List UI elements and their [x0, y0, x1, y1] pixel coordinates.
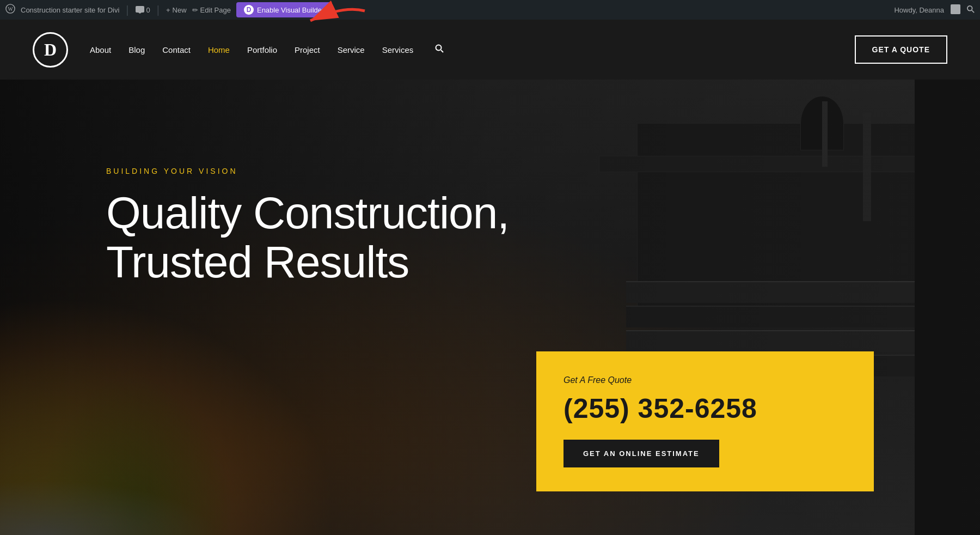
- get-quote-button[interactable]: GET A QUOTE: [855, 35, 947, 64]
- site-logo[interactable]: D: [33, 32, 68, 68]
- hero-content: BUILDING YOUR VISION Quality Constructio…: [106, 167, 509, 287]
- enable-visual-builder-button[interactable]: D Enable Visual Builder: [236, 2, 332, 17]
- svg-rect-2: [951, 4, 960, 14]
- logo-letter: D: [44, 40, 57, 60]
- hero-title: Quality Construction, Trusted Results: [106, 189, 509, 287]
- nav-search-icon[interactable]: [435, 44, 444, 55]
- get-online-estimate-button[interactable]: GET AN ONLINE ESTIMATE: [564, 440, 719, 467]
- quote-box-phone: (255) 352-6258: [564, 393, 847, 424]
- quote-box-label: Get A Free Quote: [564, 375, 847, 385]
- nav-blog[interactable]: Blog: [128, 45, 145, 54]
- nav-contact[interactable]: Contact: [162, 45, 191, 54]
- admin-search-icon[interactable]: [967, 5, 975, 15]
- quote-box: Get A Free Quote (255) 352-6258 GET AN O…: [536, 351, 874, 491]
- hero-title-line2: Trusted Results: [106, 237, 409, 287]
- nav-portfolio[interactable]: Portfolio: [247, 45, 277, 54]
- wordpress-icon: W: [5, 4, 15, 16]
- svg-line-4: [972, 10, 974, 12]
- comments-icon[interactable]: 0: [136, 6, 150, 14]
- svg-line-7: [441, 50, 443, 52]
- admin-separator-1: |: [126, 4, 128, 16]
- hero-subtitle: BUILDING YOUR VISION: [106, 167, 509, 175]
- admin-bar-right: Howdy, Deanna: [894, 4, 975, 16]
- divi-logo: D: [244, 5, 254, 15]
- nav-project[interactable]: Project: [295, 45, 320, 54]
- site-name[interactable]: Construction starter site for Divi: [21, 6, 119, 14]
- edit-page-button[interactable]: ✏ Edit Page: [192, 6, 231, 14]
- svg-text:W: W: [8, 5, 14, 11]
- svg-point-3: [967, 5, 972, 10]
- hero-foliage: [0, 317, 272, 535]
- nav-service[interactable]: Service: [338, 45, 365, 54]
- admin-bar: W Construction starter site for Divi | 0…: [0, 0, 980, 20]
- hero-title-line1: Quality Construction,: [106, 188, 509, 238]
- user-avatar[interactable]: [951, 4, 960, 16]
- admin-separator-2: |: [157, 4, 160, 16]
- site-header: D About Blog Contact Home Portfolio Proj…: [0, 20, 980, 80]
- greeting-text: Howdy, Deanna: [894, 6, 944, 14]
- nav-about[interactable]: About: [90, 45, 111, 54]
- nav-home[interactable]: Home: [208, 45, 230, 54]
- nav-services[interactable]: Services: [382, 45, 414, 54]
- hero-section: BUILDING YOUR VISION Quality Constructio…: [0, 80, 980, 535]
- new-button[interactable]: + New: [166, 6, 187, 14]
- site-nav: About Blog Contact Home Portfolio Projec…: [90, 44, 855, 55]
- svg-point-6: [436, 45, 442, 51]
